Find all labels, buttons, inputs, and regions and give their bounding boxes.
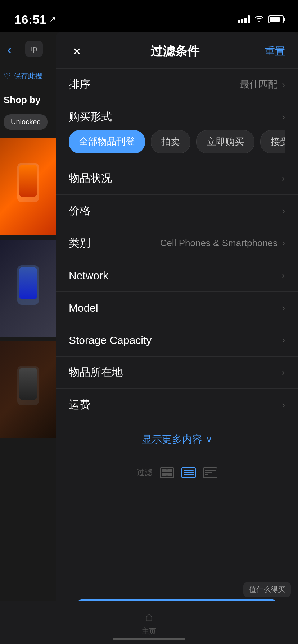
show-more-label: 显示更多内容	[142, 433, 202, 446]
location-icon: ↗	[49, 15, 56, 24]
chip-auction[interactable]: 拍卖	[151, 130, 190, 153]
price-label: 价格	[69, 203, 90, 218]
item-location-right: ›	[282, 367, 285, 378]
list-view-icon	[181, 467, 196, 478]
product-image-1-bg	[0, 138, 56, 235]
category-row[interactable]: 类别 Cell Phones & Smartphones ›	[56, 227, 298, 259]
storage-capacity-row[interactable]: Storage Capacity ›	[56, 324, 298, 356]
panel-header: ✕ 过滤条件 重置	[56, 32, 298, 69]
show-more-chevron-icon: ∨	[206, 434, 212, 445]
item-condition-chevron-icon: ›	[282, 173, 285, 184]
item-location-label: 物品所在地	[69, 365, 123, 380]
close-icon: ✕	[73, 46, 81, 58]
shop-by-label-bg: Shop by	[4, 95, 41, 106]
network-right: ›	[282, 270, 285, 281]
watermark-text: 值什么得买	[249, 585, 285, 593]
price-chevron-icon: ›	[282, 205, 285, 216]
network-row[interactable]: Network ›	[56, 259, 298, 292]
signal-icon	[238, 15, 250, 23]
save-search-bg: ♡ 保存此搜	[4, 71, 42, 81]
sort-row[interactable]: 排序 最佳匹配 ›	[56, 69, 298, 101]
sort-label: 排序	[69, 77, 90, 92]
nav-item-home[interactable]: ⌂ 主页	[142, 609, 156, 636]
buy-format-row[interactable]: 购买形式 ›	[69, 101, 285, 130]
storage-capacity-right: ›	[282, 335, 285, 346]
item-condition-row[interactable]: 物品状况 ›	[56, 162, 298, 195]
chip-offer[interactable]: 接受议	[260, 130, 285, 153]
network-chevron-icon: ›	[282, 270, 285, 281]
buy-format-chips: 全部物品刊登 拍卖 立即购买 接受议	[69, 130, 285, 155]
sort-right: 最佳匹配 ›	[240, 78, 285, 91]
category-label: 类别	[69, 236, 90, 250]
shipping-label: 运费	[69, 397, 90, 412]
price-row[interactable]: 价格 ›	[56, 195, 298, 227]
wifi-icon	[254, 14, 264, 24]
model-right: ›	[282, 302, 285, 313]
status-bar: 16:51 ↗	[0, 0, 298, 32]
category-right: Cell Phones & Smartphones ›	[160, 238, 285, 249]
home-indicator	[113, 638, 185, 640]
buy-format-chevron-icon: ›	[282, 111, 285, 123]
status-time: 16:51	[14, 13, 46, 27]
sort-value: 最佳匹配	[240, 78, 277, 91]
buy-format-section: 购买形式 › 全部物品刊登 拍卖 立即购买 接受议	[56, 101, 298, 162]
network-label: Network	[69, 270, 108, 282]
show-more-row[interactable]: 显示更多内容 ∨	[56, 421, 298, 458]
status-icons	[238, 14, 284, 24]
shipping-right: ›	[282, 399, 285, 410]
back-button-bg: ‹	[7, 42, 12, 58]
shipping-row[interactable]: 运费 ›	[56, 389, 298, 421]
chip-all[interactable]: 全部物品刊登	[69, 130, 145, 153]
item-location-chevron-icon: ›	[282, 367, 285, 378]
model-row[interactable]: Model ›	[56, 292, 298, 324]
bottom-fade-area: 过滤	[56, 458, 298, 487]
sort-view-icon	[203, 467, 217, 478]
shipping-chevron-icon: ›	[282, 399, 285, 410]
reset-button[interactable]: 重置	[265, 45, 285, 58]
home-icon: ⌂	[145, 609, 153, 624]
filter-rows-container: 排序 最佳匹配 › 购买形式 › 全部物品刊登 拍卖 立即购买	[56, 69, 298, 592]
nav-home-label: 主页	[142, 626, 156, 636]
sort-chevron-icon: ›	[282, 79, 285, 90]
item-condition-label: 物品状况	[69, 171, 112, 186]
filter-text-bg: 过滤	[137, 467, 153, 478]
category-chevron-icon: ›	[282, 238, 285, 249]
product-image-2-bg	[0, 240, 56, 337]
chip-buynow[interactable]: 立即购买	[196, 130, 254, 153]
model-chevron-icon: ›	[282, 302, 285, 313]
filter-panel: ✕ 过滤条件 重置 排序 最佳匹配 › 购买形式 › 全部物品刊登	[56, 32, 298, 644]
buy-format-label: 购买形式	[69, 110, 112, 124]
filter-pill-bg: Unlockec	[4, 114, 48, 130]
category-value: Cell Phones & Smartphones	[160, 238, 278, 249]
model-label: Model	[69, 302, 98, 314]
storage-capacity-label: Storage Capacity	[69, 334, 152, 346]
background-content: ‹ ip ♡ 保存此搜 Shop by Unlockec	[0, 32, 58, 644]
watermark-badge: 值什么得买	[243, 582, 291, 597]
item-location-row[interactable]: 物品所在地 ›	[56, 356, 298, 389]
bottom-icons-row: 过滤	[137, 467, 217, 478]
storage-capacity-chevron-icon: ›	[282, 335, 285, 346]
price-right: ›	[282, 205, 285, 216]
product-image-3-bg	[0, 341, 56, 438]
battery-icon	[268, 15, 284, 23]
close-button[interactable]: ✕	[69, 43, 85, 59]
grid-view-icon	[160, 467, 174, 478]
item-condition-right: ›	[282, 173, 285, 184]
search-pill-bg: ip	[25, 41, 43, 57]
panel-title: 过滤条件	[150, 43, 199, 60]
